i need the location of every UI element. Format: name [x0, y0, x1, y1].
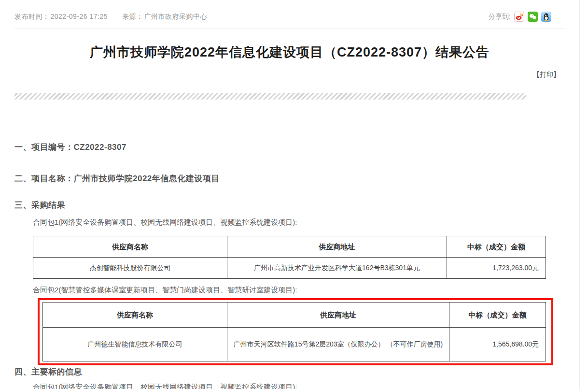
- supplier-address-cell: 广州市天河区软件路15号第2层203室（仅限办公） （不可作厂房使用): [227, 328, 449, 361]
- hatched-divider: [14, 93, 526, 100]
- supplier-name-cell: 杰创智能科技股份有限公司: [33, 258, 227, 279]
- page-title: 广州市技师学院2022年信息化建设项目（CZ2022-8307）结果公告: [0, 43, 579, 61]
- section-project-number: 一、项目编号：CZ2022-8307: [14, 142, 126, 153]
- section-procurement-result: 三、采购结果: [14, 200, 65, 211]
- top-meta-bar-inner: 发布时间：2022-09-26 17:25来源：广州市政府采购中心 分享到:: [14, 0, 565, 29]
- package2-label: 合同包2(智慧管控多媒体课室更新项目、智慧门岗建设项目、智慧研讨室建设项目):: [33, 286, 297, 295]
- wechat-share-icon[interactable]: [528, 12, 538, 22]
- award-amount-header: 中标（成交）金额: [447, 236, 546, 258]
- package1-label: 合同包1(网络安全设备购置项目、校园无线网络建设项目、视频监控系统建设项目):: [33, 218, 297, 227]
- award-amount-header: 中标（成交）金额: [449, 303, 546, 328]
- page-right-divider: [579, 0, 580, 389]
- section-project-name: 二、项目名称：广州市技师学院2022年信息化建设项目: [14, 173, 220, 184]
- weibo-share-icon[interactable]: [514, 12, 524, 22]
- bottom-partial-line: 合同包1(网络安全设备购置项目、校园无线网络建设项目、视频监控系统建设项目):: [33, 383, 297, 389]
- supplier-name-header: 供应商名称: [43, 303, 227, 328]
- top-meta-bar: 发布时间：2022-09-26 17:25来源：广州市政府采购中心 分享到:: [0, 0, 579, 29]
- award-amount-cell: 1,723,263.00元: [447, 258, 546, 279]
- qq-share-icon[interactable]: [541, 12, 551, 22]
- supplier-address-header: 供应商地址: [227, 236, 447, 258]
- share-label: 分享到:: [489, 13, 511, 21]
- print-button[interactable]: 【打印】: [533, 71, 560, 79]
- supplier-address-cell: 广州市高新技术产业开发区科学大道162号B3栋301单元: [227, 258, 447, 279]
- table-row: 广州德生智能信息技术有限公司 广州市天河区软件路15号第2层203室（仅限办公）…: [43, 328, 546, 361]
- package2-result-table: 供应商名称 供应商地址 中标（成交）金额 广州德生智能信息技术有限公司 广州市天…: [42, 302, 546, 361]
- publish-time-label: 发布时间：: [14, 13, 50, 20]
- supplier-address-header: 供应商地址: [227, 303, 449, 328]
- table-header-row: 供应商名称 供应商地址 中标（成交）金额: [43, 303, 546, 328]
- source-value: 广州市政府采购中心: [144, 13, 208, 20]
- section-main-subject-info: 四、主要标的信息: [14, 366, 82, 377]
- supplier-name-cell: 广州德生智能信息技术有限公司: [43, 328, 227, 361]
- award-amount-cell: 1,565,698.00元: [449, 328, 546, 361]
- package1-result-table: 供应商名称 供应商地址 中标（成交）金额 杰创智能科技股份有限公司 广州市高新技…: [33, 236, 546, 279]
- table-row: 杰创智能科技股份有限公司 广州市高新技术产业开发区科学大道162号B3栋301单…: [33, 258, 546, 279]
- publish-info: 发布时间：2022-09-26 17:25来源：广州市政府采购中心: [14, 13, 208, 21]
- table-header-row: 供应商名称 供应商地址 中标（成交）金额: [33, 236, 546, 258]
- source-label: 来源：: [122, 13, 143, 20]
- supplier-name-header: 供应商名称: [33, 236, 227, 258]
- publish-time-value: 2022-09-26 17:25: [51, 13, 108, 20]
- share-bar: 分享到:: [489, 12, 551, 22]
